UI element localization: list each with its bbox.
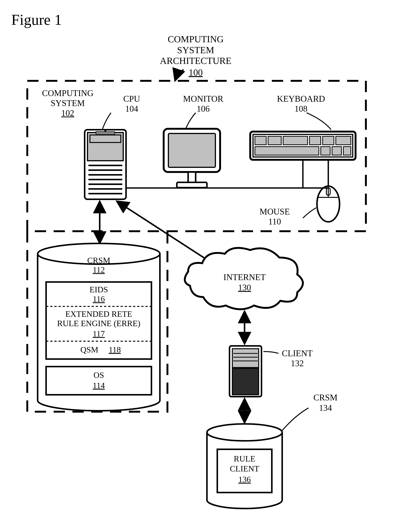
monitor-icon [164, 113, 220, 188]
crsm-cylinder: CRSM 112 EIDS 116 EXTENDED RETE RULE ENG… [38, 243, 160, 411]
svg-rect-47 [232, 349, 259, 367]
os-ref: 114 [93, 381, 105, 390]
diagram-svg: CRSM 112 EIDS 116 EXTENDED RETE RULE ENG… [0, 0, 396, 532]
eids-text: EIDS [90, 285, 108, 294]
os-text: OS [93, 371, 104, 380]
svg-rect-2 [87, 132, 123, 161]
svg-rect-24 [336, 136, 351, 145]
diagram-page: Figure 1 COMPUTING SYSTEM ARCHITECTURE 1… [0, 0, 396, 532]
client-ref: 132 [291, 359, 304, 368]
erre-l1: EXTENDED RETE [65, 309, 132, 319]
client-box: CLIENT 132 [229, 346, 313, 397]
crsm2-text: CRSM [313, 393, 338, 402]
svg-rect-23 [323, 136, 334, 145]
svg-rect-16 [177, 182, 207, 188]
svg-rect-28 [343, 147, 351, 155]
crsm2-ref: 134 [319, 403, 332, 413]
svg-rect-20 [268, 136, 281, 145]
svg-rect-19 [255, 136, 266, 145]
svg-rect-22 [309, 136, 321, 145]
svg-rect-21 [283, 136, 308, 145]
svg-rect-25 [255, 147, 319, 155]
svg-rect-15 [188, 172, 196, 182]
svg-point-54 [207, 424, 282, 441]
svg-rect-51 [232, 368, 259, 395]
client-text: CLIENT [282, 349, 313, 358]
cpu-icon [85, 113, 126, 199]
mouse-icon [303, 186, 340, 222]
crsm-text: CRSM [87, 256, 110, 265]
svg-rect-14 [168, 133, 215, 167]
rule-client-l2: CLIENT [230, 464, 259, 473]
svg-rect-27 [332, 147, 341, 155]
keyboard-icon [250, 113, 355, 160]
svg-rect-4 [96, 132, 115, 135]
rule-client-ref: 136 [238, 475, 251, 484]
svg-point-5 [105, 130, 106, 132]
eids-ref: 116 [93, 294, 105, 303]
rule-client-l1: RULE [234, 454, 256, 463]
erre-ref: 117 [93, 329, 105, 338]
crsm2-cylinder: RULE CLIENT 136 [207, 424, 282, 509]
erre-l2: RULE ENGINE (ERRE) [57, 319, 140, 328]
qsm-ref: 118 [109, 345, 121, 354]
qsm-text: QSM [80, 345, 98, 354]
svg-rect-17 [250, 132, 355, 160]
internet-text: INTERNET [223, 272, 266, 282]
crsm-ref: 112 [93, 265, 105, 275]
internet-ref: 130 [238, 283, 251, 292]
svg-rect-26 [321, 147, 330, 155]
